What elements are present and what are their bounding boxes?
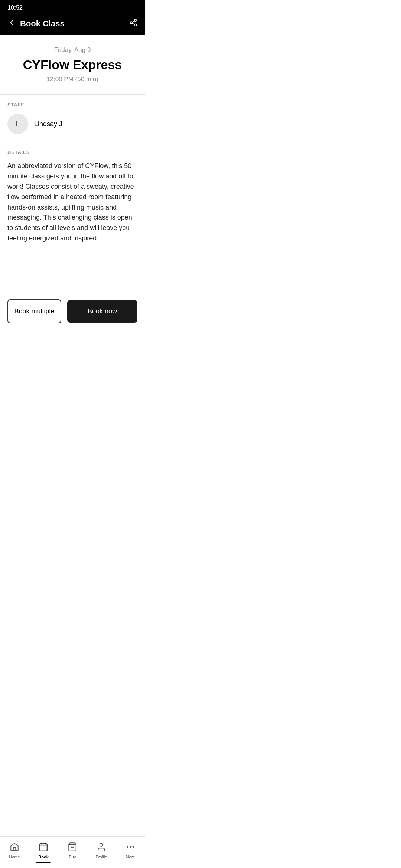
avatar: L bbox=[7, 114, 28, 134]
staff-label: STAFF bbox=[7, 102, 137, 108]
status-time: 10:52 bbox=[7, 4, 23, 11]
class-date: Friday, Aug 9 bbox=[7, 46, 137, 54]
share-icon[interactable] bbox=[129, 19, 137, 29]
staff-row: L Lindsay J bbox=[7, 114, 137, 134]
book-multiple-button[interactable]: Book multiple bbox=[7, 299, 61, 323]
status-bar: 10:52 bbox=[0, 0, 145, 14]
bottom-spacer bbox=[0, 255, 145, 292]
details-label: DETAILS bbox=[7, 149, 137, 155]
nav-bar: Book Class bbox=[0, 14, 145, 35]
buttons-section: Book multiple Book now bbox=[0, 292, 145, 335]
staff-name: Lindsay J bbox=[34, 120, 62, 128]
staff-section: STAFF L Lindsay J bbox=[0, 95, 145, 142]
class-name: CYFlow Express bbox=[7, 57, 137, 72]
back-icon[interactable] bbox=[7, 19, 16, 29]
class-header: Friday, Aug 9 CYFlow Express 12:00 PM (5… bbox=[0, 35, 145, 94]
class-time: 12:00 PM (50 min) bbox=[7, 76, 137, 83]
details-section: DETAILS An abbreviated version of CYFlow… bbox=[0, 142, 145, 255]
svg-line-3 bbox=[132, 23, 134, 24]
page-title: Book Class bbox=[20, 19, 65, 29]
details-text: An abbreviated version of CYFlow, this 5… bbox=[7, 161, 137, 244]
nav-left: Book Class bbox=[7, 19, 65, 29]
svg-line-4 bbox=[132, 21, 134, 22]
book-now-button[interactable]: Book now bbox=[67, 300, 137, 323]
